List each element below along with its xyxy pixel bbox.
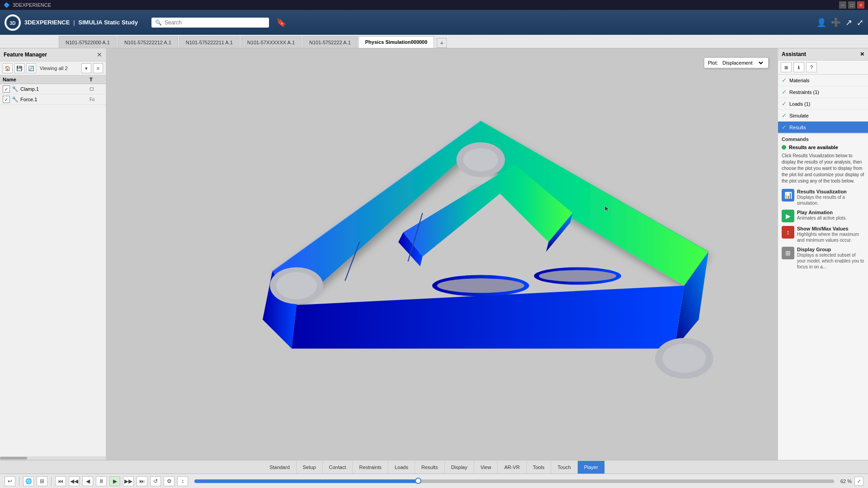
feature-table-header: Name T: [0, 75, 106, 84]
minimize-button[interactable]: ─: [839, 1, 846, 9]
3d-view-button[interactable]: 🌐: [23, 476, 34, 486]
tab-tab5[interactable]: N101-5752222 A.1: [302, 36, 358, 48]
user-icon[interactable]: 👤: [816, 18, 826, 28]
feature-filter-button[interactable]: ▾: [81, 63, 91, 73]
bottom-toolbar: StandardSetupContactRestraintsLoadsResul…: [0, 460, 868, 474]
search-input[interactable]: [165, 19, 265, 26]
cmd-item-title: Play Animation: [797, 210, 847, 215]
tabs-container: N101-57522000 A.1N101-575222212 A.1N101-…: [59, 36, 435, 48]
expand-icon[interactable]: ⤢: [857, 18, 863, 28]
asst-help-button[interactable]: ?: [806, 62, 817, 72]
scale-button[interactable]: ↕: [177, 476, 188, 486]
toolbar-tab-touch[interactable]: Touch: [551, 461, 577, 474]
restore-button[interactable]: □: [848, 1, 855, 9]
checklist-item-restraints-(1)[interactable]: ✓ Restraints (1): [778, 86, 868, 98]
next-fast-button[interactable]: ▶▶: [123, 476, 134, 486]
brand-label: 3DEXPERIENCE | SIMULIA Static Study: [24, 19, 138, 26]
toolbar-tab-contact[interactable]: Contact: [323, 461, 353, 474]
toolbar-tab-results[interactable]: Results: [415, 461, 445, 474]
search-icon: 🔍: [155, 19, 162, 26]
feature-save-button[interactable]: 💾: [14, 63, 24, 73]
tab-tab1[interactable]: N101-57522000 A.1: [59, 36, 117, 48]
checklist-item-materials[interactable]: ✓ Materials: [778, 75, 868, 86]
assistant-header: Assistant ✕: [778, 48, 868, 61]
toolbar-tab-view[interactable]: View: [474, 461, 498, 474]
feature-check[interactable]: ✓: [3, 96, 10, 103]
checklist-label: Materials: [789, 78, 810, 83]
command-item-play-animation[interactable]: ▶ Play Animation Animates all active plo…: [782, 210, 864, 222]
progress-thumb[interactable]: [415, 478, 421, 484]
feature-row[interactable]: ✓ 🔧 Clamp.1 Cl: [0, 84, 106, 94]
toolbar-tab-restraints[interactable]: Restraints: [353, 461, 388, 474]
checklist-item-loads-(1)[interactable]: ✓ Loads (1): [778, 98, 868, 110]
separator-1: [19, 477, 19, 486]
logo-area: 3D 3DEXPERIENCE | SIMULIA Static Study: [5, 14, 138, 31]
feature-sort-button[interactable]: ≡: [93, 63, 103, 73]
model-edge-top-left: [272, 121, 481, 271]
cmd-item-desc: Displays a selected subset of your model…: [797, 252, 864, 270]
feature-check[interactable]: ✓: [3, 85, 10, 93]
feature-home-button[interactable]: 🏠: [3, 63, 13, 73]
loop-button[interactable]: ↺: [150, 476, 161, 486]
panel-toolbar: 🏠 💾 🔄 Viewing all 2 ▾ ≡: [0, 61, 106, 75]
first-frame-button[interactable]: ⏮: [55, 476, 66, 486]
share-icon[interactable]: ↗: [845, 18, 852, 28]
last-frame-button[interactable]: ⏭: [137, 476, 147, 486]
zoom-level: 62 %: [840, 479, 852, 484]
checklist-item-simulate[interactable]: ✓ Simulate: [778, 110, 868, 122]
app-name-area: 3DEXPERIENCE | SIMULIA Static Study: [24, 19, 138, 26]
feature-row[interactable]: ✓ 🔧 Force.1 Fo: [0, 94, 106, 105]
tab-tab4[interactable]: N101-57XXXXXX A.1: [241, 36, 302, 48]
prev-fast-button[interactable]: ◀◀: [69, 476, 80, 486]
separator-2: [51, 477, 52, 486]
feature-list: ✓ 🔧 Clamp.1 Cl ✓ 🔧 Force.1 Fo: [0, 84, 106, 105]
model-slot-bottom-inner: [437, 278, 524, 293]
command-item-results-visualization[interactable]: 📊 Results Visualization Displays the res…: [782, 189, 864, 206]
undo-button[interactable]: ↩: [5, 476, 15, 486]
cmd-item-desc: Animates all active plots.: [797, 215, 847, 221]
play-button[interactable]: ▶: [109, 476, 120, 486]
panel-close-button[interactable]: ✕: [97, 51, 102, 58]
close-button[interactable]: ✕: [857, 1, 864, 9]
tab-tab2[interactable]: N101-575222212 A.1: [118, 36, 178, 48]
panel-scrollbar[interactable]: [0, 456, 106, 460]
command-item-display-group[interactable]: ⊞ Display Group Displays a selected subs…: [782, 247, 864, 270]
add-tab-button[interactable]: +: [437, 38, 447, 48]
feature-manager-panel: Feature Manager ✕ 🏠 💾 🔄 Viewing all 2 ▾ …: [0, 48, 106, 460]
chart-icon: 📊: [782, 189, 794, 202]
progress-bar-fill: [194, 479, 418, 483]
toolbar-tab-player[interactable]: Player: [578, 461, 605, 474]
bookmark-icon[interactable]: 🔖: [276, 18, 286, 28]
command-item-show-min/max-values[interactable]: ↕ Show Min/Max Values Highlights where t…: [782, 226, 864, 243]
assistant-close-button[interactable]: ✕: [860, 51, 864, 57]
checklist-label: Simulate: [789, 113, 809, 118]
checklist-item-results[interactable]: ✓ Results: [778, 122, 868, 133]
checklist-label: Results: [789, 125, 806, 130]
toolbar-tab-standard[interactable]: Standard: [263, 461, 297, 474]
plot-select[interactable]: DisplacementStressStrainPrincipal Stress: [721, 60, 764, 66]
toolbar-tab-tools[interactable]: Tools: [527, 461, 552, 474]
settings-button[interactable]: ⚙: [164, 476, 175, 486]
table-button[interactable]: ⊞: [37, 476, 47, 486]
tab-tab3[interactable]: N101-575222211 A.1: [179, 36, 240, 48]
pause-button[interactable]: ⏸: [96, 476, 107, 486]
add-icon[interactable]: ➕: [831, 18, 841, 28]
zoom-fit-button[interactable]: ⤢: [854, 477, 863, 486]
toolbar-tab-display[interactable]: Display: [445, 461, 474, 474]
tab-tab6[interactable]: Physics Simulation000000: [359, 36, 434, 48]
panel-title: Feature Manager: [4, 52, 47, 58]
asst-info-button[interactable]: ℹ: [793, 62, 804, 72]
toolbar-tab-loads[interactable]: Loads: [388, 461, 415, 474]
minmax-icon: ↕: [782, 226, 794, 239]
progress-bar-container[interactable]: [194, 479, 834, 483]
cmd-item-text: Display Group Displays a selected subset…: [797, 247, 864, 270]
title-icon: 🔷: [4, 2, 10, 8]
model-slot-right-inner: [539, 270, 616, 282]
feature-refresh-button[interactable]: 🔄: [26, 63, 36, 73]
toolbar-tab-ar-vr[interactable]: AR-VR: [498, 461, 526, 474]
toolbar-tab-setup[interactable]: Setup: [297, 461, 323, 474]
window-title: 🔷 3DEXPERIENCE: [4, 2, 51, 8]
panel-scroll-thumb[interactable]: [0, 457, 27, 460]
asst-grid-button[interactable]: ⊞: [781, 62, 792, 72]
prev-button[interactable]: ◀: [82, 476, 93, 486]
